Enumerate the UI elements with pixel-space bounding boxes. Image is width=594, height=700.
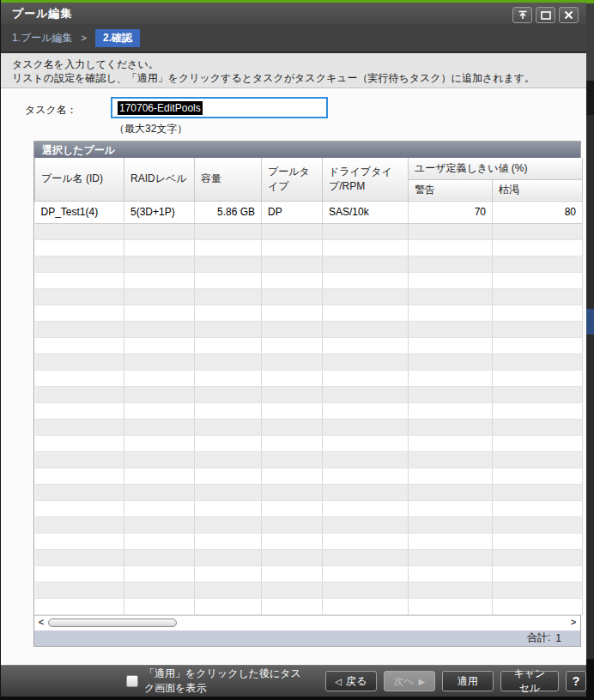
empty-cell <box>262 533 323 549</box>
empty-row <box>35 500 583 516</box>
pool-edit-dialog: プール編集 1.プール編集 > 2.確認 タスク名 <box>0 0 586 700</box>
empty-cell <box>262 582 323 598</box>
empty-cell <box>124 239 195 256</box>
empty-cell <box>493 565 583 582</box>
empty-cell <box>493 451 583 468</box>
back-button[interactable]: ◁ 戻る <box>325 671 377 691</box>
empty-row <box>35 288 583 305</box>
empty-cell <box>493 484 583 500</box>
cancel-button[interactable]: キャンセル <box>500 671 559 691</box>
empty-cell <box>493 321 583 337</box>
empty-cell <box>35 468 124 484</box>
empty-cell <box>195 549 262 565</box>
empty-cell <box>262 500 323 516</box>
show-task-screen-label: 「適用」をクリックした後にタスク画面を表示 <box>144 667 310 696</box>
total-label: 合計: <box>527 631 550 645</box>
col-header-raid-level[interactable]: RAIDレベル <box>124 158 195 201</box>
empty-cell <box>493 288 583 305</box>
instruction-line-1: タスク名を入力してください。 <box>12 57 586 71</box>
col-header-capacity[interactable]: 容量 <box>195 158 262 201</box>
empty-cell <box>409 435 493 451</box>
empty-row <box>35 353 583 370</box>
rollup-button[interactable] <box>512 7 532 23</box>
empty-cell <box>195 321 262 337</box>
empty-cell <box>409 533 493 549</box>
col-header-warning[interactable]: 警告 <box>409 179 493 201</box>
table-cell: DP_Test1(4) <box>35 201 124 223</box>
empty-cell <box>323 337 409 353</box>
empty-cell <box>124 256 195 272</box>
empty-row <box>35 337 583 353</box>
empty-cell <box>323 288 409 305</box>
col-header-depletion[interactable]: 枯渇 <box>493 179 583 201</box>
empty-cell <box>409 353 493 370</box>
empty-cell <box>124 305 195 321</box>
table-cell: 5.86 GB <box>195 201 262 223</box>
empty-cell <box>493 419 583 435</box>
empty-cell <box>493 256 583 272</box>
empty-cell <box>323 386 409 402</box>
empty-cell <box>35 549 124 565</box>
empty-cell <box>409 272 493 288</box>
empty-row <box>35 402 583 419</box>
maximize-button[interactable] <box>536 7 555 23</box>
empty-cell <box>262 565 323 582</box>
table-row[interactable]: DP_Test1(4)5(3D+1P)5.86 GBDPSAS/10k7080 <box>35 201 583 223</box>
empty-row <box>35 549 583 565</box>
empty-row <box>35 533 583 549</box>
maximize-icon <box>541 11 551 20</box>
empty-cell <box>409 370 493 386</box>
apply-button[interactable]: 適用 <box>442 671 494 691</box>
empty-cell <box>493 500 583 516</box>
scroll-left-icon[interactable]: < <box>36 617 46 630</box>
empty-row <box>35 468 583 484</box>
empty-cell <box>409 484 493 500</box>
footer-bar: 「適用」をクリックした後にタスク画面を表示 ◁ 戻る 次へ ▶ 適用 キャンセル… <box>1 665 586 697</box>
summary-bar: 合計: 1 <box>34 631 580 646</box>
wizard-steps: 1.プール編集 > 2.確認 <box>1 24 586 53</box>
empty-row <box>35 321 583 337</box>
empty-row <box>35 582 583 598</box>
table-cell: 70 <box>409 201 493 223</box>
empty-cell <box>124 272 195 288</box>
col-header-pool-type[interactable]: プールタイプ <box>262 158 323 201</box>
horizontal-scrollbar[interactable]: < > <box>34 615 580 631</box>
empty-row <box>35 565 583 582</box>
empty-cell <box>409 419 493 435</box>
empty-cell <box>409 549 493 565</box>
empty-cell <box>323 223 409 239</box>
empty-cell <box>124 582 195 598</box>
empty-cell <box>124 565 195 582</box>
col-header-drive-type[interactable]: ドライブタイプ/RPM <box>323 158 409 201</box>
scroll-right-icon[interactable]: > <box>568 617 579 630</box>
empty-cell <box>323 402 409 419</box>
empty-cell <box>262 321 323 337</box>
empty-cell <box>195 598 262 614</box>
empty-cell <box>262 223 323 239</box>
show-task-screen-checkbox[interactable] <box>126 675 138 687</box>
instruction-box: タスク名を入力してください。 リストの設定を確認し、「適用」をクリックするとタス… <box>1 53 586 88</box>
task-name-input[interactable]: 170706-EditPools <box>111 97 328 118</box>
empty-cell <box>409 386 493 402</box>
empty-cell <box>262 288 323 305</box>
empty-row <box>35 223 583 239</box>
empty-cell <box>195 239 262 256</box>
col-header-pool-name[interactable]: プール名 (ID) <box>35 158 124 201</box>
empty-cell <box>124 533 195 549</box>
empty-cell <box>35 598 124 614</box>
help-icon: ? <box>573 674 580 688</box>
background-edge-segment <box>586 81 594 115</box>
empty-cell <box>262 256 323 272</box>
close-button[interactable] <box>559 7 579 23</box>
empty-row <box>35 419 583 435</box>
help-button[interactable]: ? <box>566 671 586 691</box>
empty-cell <box>124 386 195 402</box>
empty-cell <box>195 305 262 321</box>
empty-cell <box>35 223 124 239</box>
empty-cell <box>262 353 323 370</box>
empty-cell <box>409 305 493 321</box>
scrollbar-thumb[interactable] <box>48 619 177 627</box>
empty-cell <box>493 337 583 353</box>
empty-cell <box>35 239 124 256</box>
empty-row <box>35 435 583 451</box>
